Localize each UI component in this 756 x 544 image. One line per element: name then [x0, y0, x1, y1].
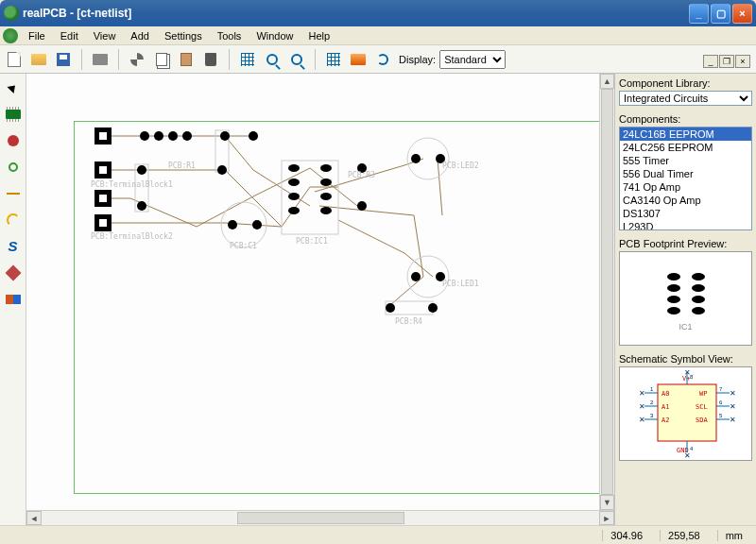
vertical-scrollbar[interactable]: ▲ ▼ [599, 74, 614, 510]
svg-point-55 [667, 296, 680, 303]
scroll-thumb-v[interactable] [601, 89, 613, 495]
select-tool[interactable] [3, 77, 24, 98]
separator [315, 49, 316, 70]
component-list-item[interactable]: CA3140 Op Amp [620, 194, 751, 207]
grid-icon [241, 53, 254, 66]
svg-point-30 [320, 164, 332, 172]
printer-icon [93, 54, 108, 65]
arc-icon [7, 213, 20, 227]
polygon-icon [5, 265, 21, 281]
component-list-item[interactable]: 24LC256 EEPROM [620, 141, 751, 154]
svg-text:PCB:C1: PCB:C1 [230, 242, 257, 250]
pad-icon [8, 135, 19, 146]
new-button[interactable] [4, 49, 25, 70]
svg-text:7: 7 [719, 386, 723, 392]
polygon-tool[interactable] [3, 263, 24, 283]
svg-text:PCB:R3: PCB:R3 [348, 171, 375, 179]
arc-tool[interactable] [3, 210, 24, 230]
menu-file[interactable]: File [21, 28, 53, 43]
menu-edit[interactable]: Edit [53, 28, 86, 43]
menu-window[interactable]: Window [249, 28, 301, 43]
place-via-tool[interactable] [3, 157, 24, 178]
delete-button[interactable] [200, 49, 221, 70]
svg-point-25 [252, 220, 262, 230]
svg-text:A0: A0 [662, 390, 669, 398]
window-title: realPCB - [ct-netlist] [23, 7, 687, 20]
close-button[interactable]: × [732, 4, 752, 24]
pcb-drawing: PCB:TerminalBlock1 PCB:TerminalBlock2 PC… [26, 74, 612, 508]
status-unit: mm [717, 530, 750, 541]
footprint-name: IC1 [679, 322, 692, 332]
mdi-app-icon[interactable] [3, 28, 18, 43]
svg-text:A1: A1 [662, 403, 669, 411]
menu-help[interactable]: Help [301, 28, 338, 43]
save-button[interactable] [53, 49, 74, 70]
svg-text:SCL: SCL [696, 403, 708, 411]
minimize-button[interactable]: _ [689, 4, 709, 24]
new-file-icon [8, 52, 21, 67]
menu-view[interactable]: View [86, 28, 124, 43]
svg-text:✕: ✕ [639, 416, 645, 424]
snap-button[interactable] [323, 49, 344, 70]
mdi-close-button[interactable]: × [735, 55, 750, 68]
scroll-right-button[interactable]: ► [599, 511, 614, 525]
component-listbox[interactable]: 24LC16B EEPROM24LC256 EEPROM555 Timer556… [619, 127, 752, 230]
library-category-select[interactable]: Integrated Circuits [619, 91, 752, 106]
maximize-button[interactable]: ▢ [711, 4, 730, 24]
zoom-out-icon [291, 54, 302, 65]
horizontal-scrollbar[interactable]: ◄ ► [26, 510, 614, 525]
svg-point-58 [692, 307, 705, 314]
component-list-item[interactable]: 741 Op Amp [620, 180, 751, 194]
zoom-in-button[interactable] [262, 49, 283, 70]
curve-tool[interactable]: S [3, 236, 24, 257]
snap-grid-button[interactable] [237, 49, 258, 70]
open-button[interactable] [28, 49, 49, 70]
svg-point-20 [249, 131, 258, 141]
svg-text:PCB:IC1: PCB:IC1 [296, 237, 328, 246]
paste-button[interactable] [176, 49, 197, 70]
svg-text:1: 1 [650, 386, 654, 392]
zoom-out-button[interactable] [286, 49, 307, 70]
footprint-preview-label: PCB Footprint Preview: [619, 238, 752, 249]
via-icon [9, 162, 18, 172]
display-mode-select[interactable]: Standard [439, 50, 506, 69]
pcb-canvas[interactable]: PCB:TerminalBlock1 PCB:TerminalBlock2 PC… [26, 74, 614, 525]
svg-point-56 [692, 296, 705, 303]
mask-tool[interactable] [3, 289, 24, 310]
save-disk-icon [57, 53, 70, 66]
terminal-block-2 [94, 190, 112, 231]
scroll-left-button[interactable]: ◄ [26, 511, 42, 525]
schematic-symbol-view: A0 A1 A2 GND V+ WP SCL SDA 1 2 [619, 366, 752, 461]
svg-text:✕: ✕ [730, 402, 736, 411]
svg-text:2: 2 [650, 400, 654, 405]
mdi-minimize-button[interactable]: _ [703, 55, 718, 68]
scroll-down-button[interactable]: ▼ [600, 495, 614, 510]
zoom-in-icon [266, 54, 278, 65]
main-toolbar: Display: Standard [0, 45, 756, 74]
component-list-item[interactable]: DS1307 [620, 207, 751, 220]
layers-button[interactable] [348, 49, 369, 70]
place-pad-tool[interactable] [3, 130, 24, 151]
component-list-item[interactable]: L293D [620, 220, 751, 230]
menu-tools[interactable]: Tools [210, 28, 249, 43]
component-list-item[interactable]: 555 Timer [620, 154, 751, 167]
component-list-item[interactable]: 24LC16B EEPROM [620, 128, 751, 141]
svg-point-33 [320, 207, 332, 214]
refresh-button[interactable] [372, 49, 393, 70]
cut-button[interactable] [127, 49, 147, 70]
menu-add[interactable]: Add [123, 28, 157, 43]
scroll-up-button[interactable]: ▲ [600, 74, 614, 89]
footprint-preview: IC1 [619, 251, 752, 346]
component-list-item[interactable]: 556 Dual Timer [620, 167, 751, 180]
copy-button[interactable] [151, 49, 172, 70]
menu-settings[interactable]: Settings [157, 28, 210, 43]
route-tool[interactable] [3, 183, 24, 204]
print-button[interactable] [90, 49, 111, 70]
scroll-thumb-h[interactable] [237, 512, 404, 524]
mdi-restore-button[interactable]: ❐ [719, 55, 734, 68]
window-titlebar: realPCB - [ct-netlist] _ ▢ × [0, 0, 756, 26]
mdi-controls: _ ❐ × [703, 55, 750, 68]
svg-text:3: 3 [650, 413, 654, 418]
svg-text:✕: ✕ [639, 389, 645, 398]
place-component-tool[interactable] [3, 104, 24, 125]
